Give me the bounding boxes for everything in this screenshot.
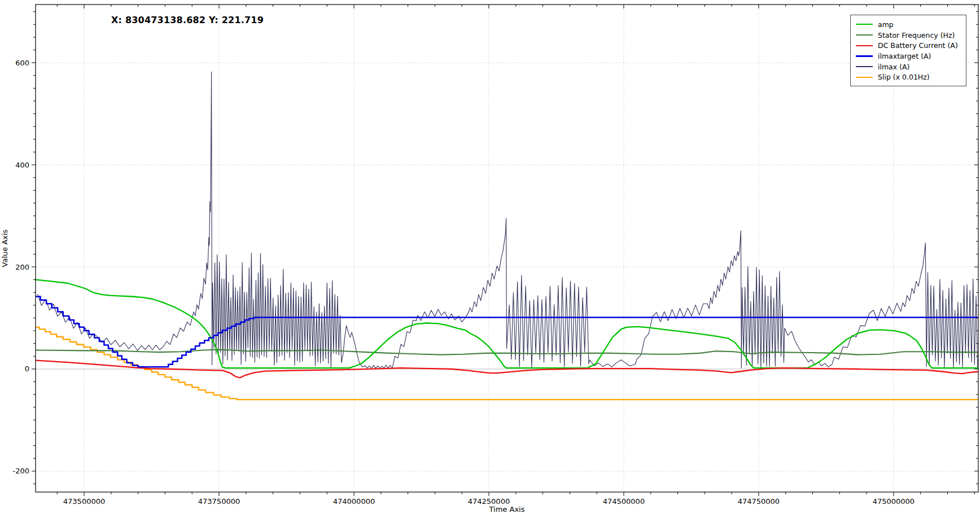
y-axis-label: Value Axis [1, 230, 9, 267]
legend-item: Slip (x 0.01Hz) [856, 72, 961, 82]
y-tick-label: -200 [12, 467, 29, 475]
legend-label: amp [878, 20, 894, 29]
legend: amp Stator Frequency (Hz) DC Battery Cur… [850, 15, 966, 86]
x-tick-label: 473500000 [63, 497, 105, 506]
legend-item: ilmaxtarget (A) [856, 51, 961, 62]
y-tick-label: 600 [15, 59, 29, 67]
legend-label: Slip (x 0.01Hz) [878, 73, 930, 81]
legend-line-swatch [856, 24, 873, 25]
legend-line-swatch [856, 45, 873, 46]
x-tick-label: 473750000 [198, 497, 240, 506]
x-tick-label: 474250000 [468, 497, 510, 506]
y-tick-label: 400 [15, 161, 29, 169]
legend-line-swatch [856, 66, 873, 67]
legend-label: ilmaxtarget (A) [878, 52, 931, 60]
x-tick-label: 474000000 [333, 497, 375, 506]
legend-label: ilmax (A) [878, 63, 909, 71]
legend-item: Stator Frequency (Hz) [856, 30, 961, 41]
legend-item: DC Battery Current (A) [856, 40, 961, 51]
legend-label: Stator Frequency (Hz) [878, 31, 955, 39]
legend-line-swatch [856, 77, 873, 78]
y-tick-label: 0 [25, 365, 29, 373]
chart-window: 4735000004737500004740000004742500004745… [0, 0, 980, 518]
x-tick-label: 475000000 [873, 497, 915, 506]
x-axis-label: Time Axis [489, 505, 525, 513]
legend-item: amp [856, 19, 961, 30]
x-tick-label: 474500000 [603, 497, 645, 506]
crosshair-readout: X: 830473138.682 Y: 221.719 [111, 15, 264, 25]
legend-line-swatch [856, 55, 873, 57]
legend-item: ilmax (A) [856, 62, 961, 72]
legend-line-swatch [856, 34, 873, 36]
x-tick-label: 474750000 [738, 497, 780, 506]
chart-canvas[interactable]: 4735000004737500004740000004742500004745… [0, 0, 980, 518]
legend-label: DC Battery Current (A) [878, 41, 958, 50]
y-tick-label: 200 [15, 263, 29, 271]
